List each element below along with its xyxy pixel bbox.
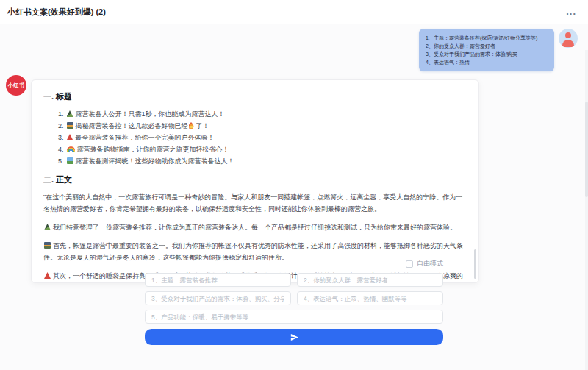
tent-emoji — [44, 272, 51, 279]
send-button[interactable] — [145, 329, 443, 345]
prompt-field-4[interactable] — [297, 291, 443, 305]
card-scrollbar-thumb[interactable] — [474, 249, 476, 279]
prompt-field-2[interactable] — [297, 273, 443, 287]
prompt-field-5[interactable] — [145, 310, 443, 324]
fire-emoji — [189, 122, 194, 129]
tent-emoji — [67, 134, 74, 140]
assistant-avatar: 小红书 — [6, 75, 26, 96]
paper-plane-icon — [290, 332, 299, 342]
page-title: 小红书文案(效果好到爆) (2) — [7, 7, 106, 18]
title-list-item: 5.露营装备测评揭晓！这些好物助你成为露营装备达人！ — [58, 155, 468, 167]
title-bar: 小红书文案(效果好到爆) (2) ... — [0, 0, 588, 24]
xiaohongshu-logo: 小红书 — [8, 82, 25, 89]
user-message-line: 3、受众对于我们产品的需求：体验/购买 — [426, 50, 548, 58]
free-mode-label: 自由模式 — [417, 259, 443, 268]
free-mode-checkbox[interactable] — [406, 260, 413, 268]
rainbow-emoji — [67, 146, 75, 152]
park-emoji — [67, 157, 74, 164]
title-list-item: 3.最全露营装备推荐，给你一个完美的户外体验！ — [58, 132, 468, 143]
title-list-item: 2.揭秘露营装备控！这几款必备好物已经了！ — [58, 120, 468, 132]
free-mode-toggle[interactable]: 自由模式 — [145, 259, 443, 268]
title-list: 1.露营装备大公开！只需1秒，你也能成为露营达人！2.揭秘露营装备控！这几款必备… — [43, 108, 468, 167]
user-message-row: 1、主题：露营装备推荐(探店/测评/好物分享等等)2、你的受众人群：露营爱好者3… — [419, 29, 578, 71]
body-paragraph: "在这个美丽的大自然中，一次露营旅行可谓是一种奇妙的冒险。与家人和朋友一同搭建帐… — [43, 191, 468, 215]
prompt-field-1[interactable] — [145, 273, 291, 287]
user-message-line: 1、主题：露营装备推荐(探店/测评/好物分享等等) — [426, 34, 548, 42]
prompt-fields — [145, 273, 443, 324]
page-scrollbar-thumb[interactable] — [585, 102, 588, 197]
user-message-bubble: 1、主题：露营装备推荐(探店/测评/好物分享等等)2、你的受众人群：露营爱好者3… — [419, 29, 554, 71]
prompt-form: 自由模式 — [145, 259, 443, 345]
body-paragraph: 我们特意整理了一份露营装备推荐，让你成为真正的露营装备达人。每一个产品都是经过仔… — [43, 221, 468, 233]
page-scrollbar[interactable] — [585, 50, 588, 370]
camping-emoji — [44, 224, 51, 230]
prompt-field-3[interactable] — [145, 291, 291, 305]
ellipsis-icon[interactable]: ... — [566, 8, 576, 15]
user-message-line: 4、表达语气：热情 — [426, 58, 548, 66]
section-title-headline: 一. 标题 — [43, 91, 468, 102]
sunrise-emoji — [67, 122, 74, 129]
section-title-body: 二. 正文 — [43, 174, 468, 185]
title-list-item: 4.露营装备购物指南，让你的露营之旅更加轻松省心！ — [58, 143, 468, 155]
title-list-item: 1.露营装备大公开！只需1秒，你也能成为露营达人！ — [58, 108, 468, 120]
user-message-line: 2、你的受众人群：露营爱好者 — [426, 42, 548, 50]
sunrise-emoji — [44, 242, 51, 249]
user-message-lines: 1、主题：露营装备推荐(探店/测评/好物分享等等)2、你的受众人群：露营爱好者3… — [426, 34, 548, 66]
user-avatar — [559, 29, 578, 48]
camping-emoji — [67, 110, 74, 117]
assistant-message-card: 一. 标题 1.露营装备大公开！只需1秒，你也能成为露营达人！2.揭秘露营装备控… — [31, 79, 479, 283]
